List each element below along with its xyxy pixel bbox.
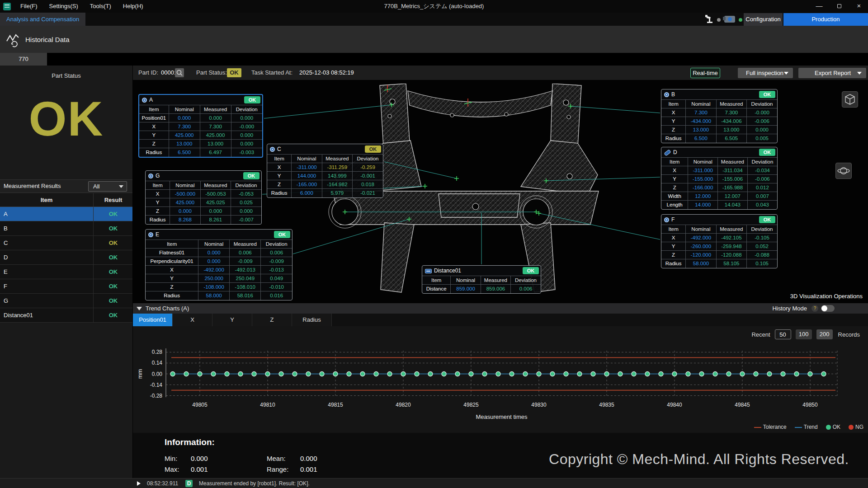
export-report-dropdown[interactable]: Export Report (798, 68, 866, 78)
history-mode-toggle[interactable] (821, 305, 835, 312)
collapse-triangle-icon[interactable] (137, 307, 142, 310)
cell-nominal: -311.000 (292, 163, 322, 172)
configuration-button[interactable]: Configuration (744, 13, 783, 26)
feature-table-C[interactable]: COKItemNominalMeasuredDeviationX-311.000… (267, 144, 383, 198)
copyright-text: Copyright © Mech-Mind. All Rights Reserv… (549, 451, 849, 468)
result-row-Distance01[interactable]: Distance01OK (0, 308, 132, 323)
result-row-D[interactable]: DOK (0, 250, 132, 265)
feature-table-name: B (671, 91, 675, 98)
grid-data-row: Z13.00013.0000.000 (139, 140, 262, 148)
cell-nominal: 859.000 (451, 285, 481, 293)
cell-deviation: -0.053 (231, 190, 261, 198)
feature-table-name: A (149, 97, 153, 103)
trend-chart[interactable]: 0.280.140.00-0.14-0.28498054981049815498… (133, 339, 868, 422)
cell-measured: 13.000 (716, 126, 746, 134)
grid-header-row: ItemNominalMeasuredDeviation (661, 225, 777, 234)
cell-measured: -120.088 (716, 251, 746, 259)
legend-swatch-trend (795, 427, 802, 428)
feature-table-titlebar: EOK (146, 230, 292, 239)
log-timestamp: 08:52:32.911 (147, 480, 178, 487)
grid-header-row: ItemNominalMeasuredDeviation (661, 100, 777, 108)
menu-file[interactable]: File(F) (14, 0, 43, 13)
close-button[interactable]: × (850, 0, 868, 13)
feature-table-Distance01[interactable]: Distance01OKItemNominalMeasuredDeviation… (422, 265, 541, 294)
cell-nominal: 58.000 (686, 259, 716, 268)
feature-table-F[interactable]: FOKItemNominalMeasuredDeviationX-492.000… (661, 214, 778, 268)
cell-deviation: 0.012 (747, 183, 777, 192)
grid-col-deviation: Deviation (511, 276, 541, 285)
min-value: 0.000 (191, 455, 208, 462)
tab-analysis-and-compensation[interactable]: Analysis and Compensation (0, 13, 85, 26)
trend-tab-x[interactable]: X (173, 314, 212, 326)
feature-status-badge: OK (759, 216, 775, 223)
cell-deviation: -0.000 (747, 108, 777, 117)
grid-data-row: Radius58.00058.0160.016 (146, 291, 292, 300)
grid-data-row: Flatness010.0000.0060.006 (146, 249, 292, 257)
trend-charts-header[interactable]: Trend Charts (A) History Mode ? (133, 303, 868, 314)
feature-table-B[interactable]: BOKItemNominalMeasuredDeviationX7.3007.3… (661, 89, 778, 143)
log-expand-icon[interactable] (137, 481, 141, 486)
box-view-button[interactable] (842, 91, 858, 108)
legend-swatch-tolerance (754, 427, 761, 428)
grid-col-measured: Measured (716, 100, 746, 108)
inspection-mode-value: Full inspection (746, 70, 783, 76)
information-title: Information: (165, 437, 215, 447)
grid-col-item: Item (661, 225, 686, 234)
svg-text:0.28: 0.28 (152, 349, 163, 355)
tab-770[interactable]: 770 (0, 53, 47, 66)
cell-measured: -108.010 (230, 283, 261, 291)
realtime-button[interactable]: Real-time (690, 68, 720, 78)
feature-status-badge: OK (244, 96, 260, 103)
cell-deviation: 0.000 (231, 131, 262, 140)
grid-col-nominal: Nominal (198, 240, 230, 249)
orbit-view-button[interactable] (835, 163, 852, 179)
cell-measured: 58.105 (716, 259, 746, 268)
part-id-label: Part ID: (138, 69, 158, 76)
grid-col-measured: Measured (200, 105, 231, 114)
feature-table-D[interactable]: DOKItemNominalMeasuredDeviationX-311.000… (661, 147, 778, 210)
recent-100-button[interactable]: 100 (796, 329, 812, 339)
feature-table-G[interactable]: GOKItemNominalMeasuredDeviationX-500.000… (145, 170, 262, 225)
trend-tab-y[interactable]: Y (212, 314, 252, 326)
inspection-mode-dropdown[interactable]: Full inspection (738, 68, 793, 78)
results-filter-dropdown[interactable]: All (88, 181, 127, 192)
feature-table-E[interactable]: EOKItemNominalMeasuredDeviationFlatness0… (145, 229, 292, 300)
grid-data-row: Y-434.000-434.006-0.006 (661, 117, 777, 126)
grid-col-deviation: Deviation (747, 158, 777, 166)
maximize-button[interactable] (830, 0, 848, 13)
historical-data-button[interactable]: Historical Data (25, 36, 70, 43)
result-row-A[interactable]: AOK (0, 207, 132, 221)
result-row-E[interactable]: EOK (0, 265, 132, 279)
result-row-G[interactable]: GOK (0, 294, 132, 308)
feature-table-name: G (156, 173, 160, 179)
trend-tab-position01[interactable]: Position01 (133, 314, 173, 326)
help-icon[interactable]: ? (811, 305, 818, 312)
feature-table-A[interactable]: AOKItemNominalMeasuredDeviationPosition0… (138, 94, 263, 158)
result-row-C[interactable]: COK (0, 236, 132, 250)
grid-data-row: Radius6.5006.5050.005 (661, 134, 777, 143)
legend-trend: Trend (795, 424, 818, 430)
cell-measured: -492.013 (230, 266, 261, 274)
menu-help[interactable]: Help(H) (117, 0, 149, 13)
task-started-label: Task Started At: (251, 69, 292, 76)
result-row-B[interactable]: BOK (0, 221, 132, 236)
recent-50-button[interactable]: 50 (775, 329, 791, 339)
cell-item: Radius (146, 291, 198, 300)
cell-item: Y (661, 242, 686, 251)
cell-deviation: 0.006 (511, 285, 541, 293)
grid-col-nominal: Nominal (170, 181, 200, 190)
menu-tools[interactable]: Tools(T) (84, 0, 117, 13)
trend-tab-z[interactable]: Z (252, 314, 292, 326)
search-icon[interactable] (175, 68, 184, 77)
max-label: Max: (165, 465, 179, 473)
results-filter-value: All (93, 183, 99, 190)
production-button[interactable]: Production (783, 13, 868, 26)
feature-table-titlebar: COK (267, 144, 383, 154)
result-row-F[interactable]: FOK (0, 279, 132, 294)
trend-tab-radius[interactable]: Radius (292, 314, 332, 326)
menu-settings[interactable]: Settings(S) (43, 0, 84, 13)
grid-col-deviation: Deviation (747, 225, 777, 234)
minimize-button[interactable]: — (810, 0, 828, 13)
cell-deviation: 0.000 (231, 114, 262, 122)
recent-200-button[interactable]: 200 (816, 329, 833, 339)
